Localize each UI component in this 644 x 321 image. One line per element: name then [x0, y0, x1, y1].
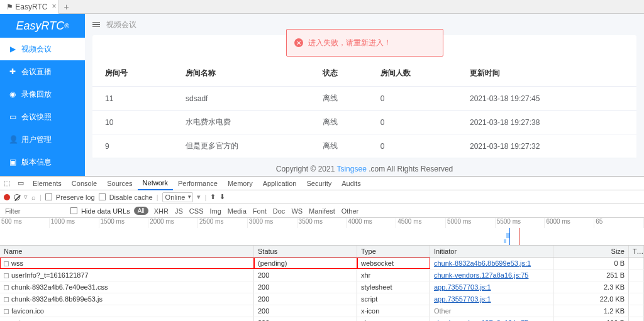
devtools-tab-performance[interactable]: Performance — [173, 177, 223, 190]
hide-data-urls-checkbox[interactable] — [70, 207, 77, 214]
sidebar-item-label: 会议快照 — [21, 112, 52, 122]
network-row[interactable]: chunk-8932a4b6.8b699e53.js200scriptapp.7… — [0, 293, 644, 305]
devtools-tab-network[interactable]: Network — [138, 177, 173, 190]
timeline-tick: 2000 ms — [148, 218, 198, 228]
timeline-tick: 5000 ms — [446, 218, 496, 228]
error-message: 进入失败，请重新进入！ — [308, 38, 391, 48]
cell-name: userInfo?_t=1616121877 — [0, 269, 254, 281]
toggle-device-icon[interactable]: ▭ — [14, 179, 28, 187]
col-size[interactable]: Size — [553, 246, 629, 257]
network-row[interactable]: favicon.ico200x-iconOther1.2 KB — [0, 305, 644, 317]
filter-type-manifest[interactable]: Manifest — [307, 207, 337, 215]
timeline-tick: 4000 ms — [347, 218, 396, 228]
sidebar-item-video-meeting[interactable]: ▶视频会议 — [0, 38, 85, 60]
side-icon: ✚ — [9, 67, 16, 76]
filter-type-doc[interactable]: Doc — [271, 207, 287, 215]
sidebar-item-users[interactable]: 👤用户管理 — [0, 128, 85, 151]
cell-status: 200 — [254, 305, 357, 317]
footer-link[interactable]: Tsingsee — [336, 165, 366, 173]
sidebar-item-label: 视频会议 — [21, 44, 52, 55]
table-cell: 水电费水电费 — [179, 111, 316, 134]
cell-type: x-icon — [357, 305, 430, 317]
cell-initiator: app.73557703.js:1 — [430, 281, 553, 293]
devtools-tab-application[interactable]: Application — [258, 177, 302, 190]
filter-type-media[interactable]: Media — [226, 207, 248, 215]
col-name[interactable]: Name — [0, 246, 254, 257]
throttle-select[interactable]: Online — [162, 192, 194, 202]
devtools-tab-security[interactable]: Security — [301, 177, 336, 190]
timeline-tick: 6000 ms — [545, 218, 594, 228]
preserve-log-label: Preserve log — [56, 193, 95, 201]
domcontentloaded-line — [509, 228, 510, 245]
record-icon[interactable] — [4, 194, 10, 200]
devtools-tab-sources[interactable]: Sources — [102, 177, 137, 190]
cell-size: 1.2 KB — [553, 305, 629, 317]
side-icon: ▶ — [9, 45, 16, 53]
menu-toggle-icon[interactable] — [92, 22, 100, 28]
filter-type-css[interactable]: CSS — [187, 207, 206, 215]
filter-type-font[interactable]: Font — [251, 207, 269, 215]
col-status[interactable]: Status — [254, 246, 357, 257]
error-alert: ✕ 进入失败，请重新进入！ — [286, 29, 443, 57]
side-icon: ▣ — [9, 158, 16, 166]
cell-name: favicon.ico — [0, 305, 254, 317]
wifi-icon[interactable]: ▾ — [197, 193, 201, 201]
cell-size: 199 B — [553, 317, 629, 321]
cell-type: script — [357, 293, 430, 305]
devtools-tab-memory[interactable]: Memory — [223, 177, 258, 190]
cell-tin — [629, 293, 644, 305]
table-row[interactable]: 9但是更多官方的离线02021-03-18 19:27:32 — [92, 134, 636, 158]
timeline[interactable]: 500 ms1000 ms1500 ms2000 ms2500 ms3000 m… — [0, 218, 644, 246]
preserve-log-checkbox[interactable] — [45, 193, 52, 200]
timeline-tick: 1500 ms — [99, 218, 149, 228]
sidebar-item-version[interactable]: ▣版本信息 — [0, 151, 85, 173]
network-row[interactable]: chunk-8932a4b6.7e40ee31.css200stylesheet… — [0, 281, 644, 293]
table-cell: 但是更多官方的 — [179, 134, 316, 158]
flag-icon: ⚑ — [6, 3, 13, 11]
devtools-tab-console[interactable]: Console — [67, 177, 102, 190]
sidebar-item-playback[interactable]: ◉录像回放 — [0, 83, 85, 106]
table-cell: 离线 — [316, 134, 374, 158]
cell-type: xhr — [357, 317, 430, 321]
close-icon[interactable]: × — [52, 2, 56, 11]
table-row[interactable]: 11sdsadf离线02021-03-18 19:27:45 — [92, 87, 636, 111]
col-tin[interactable]: Tin — [629, 246, 644, 257]
sidebar-item-snapshot[interactable]: ▭会议快照 — [0, 106, 85, 128]
hide-data-urls-label: Hide data URLs — [81, 207, 130, 215]
search-icon[interactable]: ⌕ — [31, 193, 36, 201]
network-row[interactable]: get200xhrchunk-vendors.127a8a16.js:75199… — [0, 317, 644, 321]
table-header: 房间人数 — [374, 60, 464, 87]
devtools-tab-elements[interactable]: Elements — [28, 177, 67, 190]
filter-type-all[interactable]: All — [134, 207, 148, 215]
cell-size: 0 B — [553, 258, 629, 269]
sidebar-item-live[interactable]: ✚会议直播 — [0, 60, 85, 83]
network-row[interactable]: wss(pending)websocketchunk-8932a4b6.8b69… — [0, 258, 644, 269]
filter-type-ws[interactable]: WS — [289, 207, 304, 215]
disable-cache-checkbox[interactable] — [99, 193, 106, 200]
col-initiator[interactable]: Initiator — [430, 246, 553, 257]
devtools-tab-audits[interactable]: Audits — [336, 177, 366, 190]
filter-input[interactable] — [4, 207, 67, 215]
sidebar-item-label: 版本信息 — [21, 157, 52, 168]
filter-type-js[interactable]: JS — [173, 207, 185, 215]
table-cell: 10 — [92, 111, 179, 134]
table-row[interactable]: 10水电费水电费离线02021-03-18 19:27:38 — [92, 111, 636, 134]
cell-type: xhr — [357, 269, 430, 281]
filter-type-img[interactable]: Img — [208, 207, 223, 215]
upload-icon[interactable]: ⬆ — [210, 193, 216, 201]
download-icon[interactable]: ⬇ — [219, 193, 225, 201]
table-cell: 2021-03-18 19:27:45 — [464, 87, 636, 111]
col-type[interactable]: Type — [357, 246, 430, 257]
filter-type-other[interactable]: Other — [340, 207, 361, 215]
select-element-icon[interactable]: ⬚ — [0, 179, 14, 187]
new-tab-button[interactable]: + — [59, 2, 73, 12]
sidebar-item-label: 会议直播 — [21, 67, 52, 77]
network-row[interactable]: userInfo?_t=1616121877200xhrchunk-vendor… — [0, 269, 644, 281]
table-cell: sdsadf — [179, 87, 316, 111]
filter-type-xhr[interactable]: XHR — [152, 207, 170, 215]
clear-icon[interactable] — [14, 194, 20, 200]
browser-tab-easyrtc[interactable]: ⚑ EasyRTC × — [0, 0, 59, 14]
cell-type: stylesheet — [357, 281, 430, 293]
filter-icon[interactable]: ▿ — [24, 193, 28, 201]
footer: Copyright © 2021 Tsingsee .com All Right… — [85, 162, 644, 176]
